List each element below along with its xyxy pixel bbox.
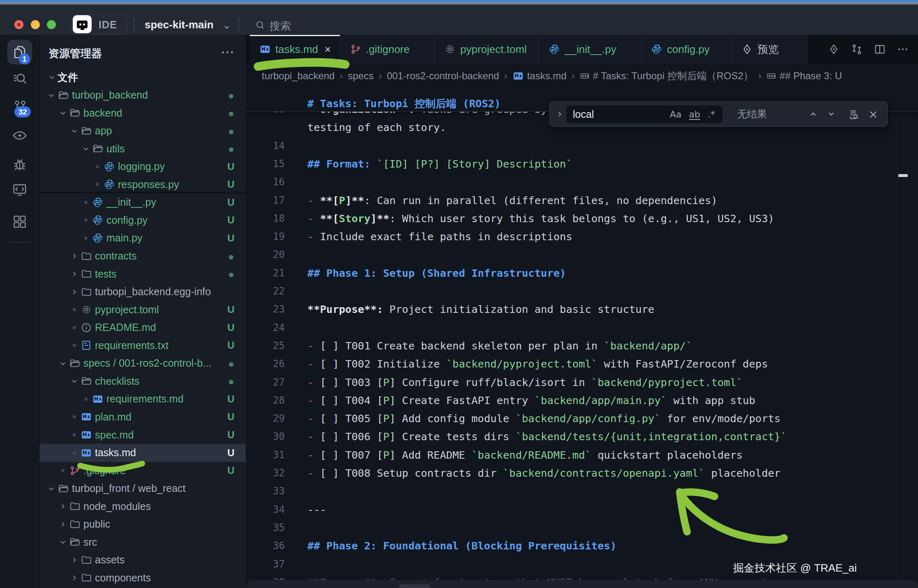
tab-pyproject-toml[interactable]: pyproject.toml <box>435 35 539 64</box>
breadcrumb-item[interactable]: turbopi_backend <box>262 70 334 82</box>
tab--init-py[interactable]: __init__.py <box>539 35 641 64</box>
tree-item-pyproject-toml[interactable]: pyproject.tomlU <box>39 301 246 319</box>
expander-chevron-icon[interactable] <box>69 125 80 137</box>
tab--gitignore[interactable]: .gitignore <box>340 35 435 64</box>
preview-icon[interactable] <box>0 128 39 143</box>
tab-close-icon[interactable]: × <box>325 43 331 56</box>
zoom-window-button[interactable] <box>47 20 56 29</box>
diff-action-icon[interactable] <box>851 43 863 55</box>
close-window-button[interactable] <box>14 20 23 29</box>
tree-item-tasks-md[interactable]: tasks.mdU <box>39 444 246 462</box>
breadcrumb-label: tasks.md <box>527 70 567 82</box>
expander-chevron-icon[interactable] <box>57 501 69 512</box>
match-case-toggle[interactable]: Aa <box>670 109 682 119</box>
more-action-icon[interactable] <box>897 43 909 55</box>
tree-item-plan-md[interactable]: plan.mdU <box>39 408 246 426</box>
tree-item-utils[interactable]: utils <box>39 140 246 158</box>
whole-word-toggle[interactable]: ab <box>689 109 700 119</box>
expander-chevron-icon[interactable] <box>69 268 80 280</box>
file-dot-icon <box>69 411 80 423</box>
code-line: - Include exact file paths in descriptio… <box>307 227 572 246</box>
tree-item-public[interactable]: public <box>39 515 246 533</box>
tree-item--gitignore[interactable]: .gitignoreU <box>39 462 246 480</box>
global-search-input[interactable]: 搜索 <box>270 19 291 33</box>
expander-chevron-icon[interactable] <box>46 483 57 494</box>
line-number: 15 <box>246 155 285 173</box>
tree-item-assets[interactable]: assets <box>39 551 246 569</box>
tree-item-backend[interactable]: backend <box>39 104 246 122</box>
md-icon <box>512 70 524 82</box>
expander-chevron-icon[interactable] <box>69 554 80 566</box>
tree-item--[interactable]: 文件 <box>39 68 246 86</box>
file-tree: 文件turbopi_backendbackendapputilslogging.… <box>39 68 246 588</box>
terminal-icon[interactable] <box>0 182 39 198</box>
expander-chevron-icon[interactable] <box>57 536 69 548</box>
breadcrumb-item[interactable]: ## Phase 3: U <box>766 70 842 82</box>
find-input[interactable]: local Aa ab .* <box>566 106 722 123</box>
expander-chevron-icon[interactable] <box>69 375 80 387</box>
search-icon[interactable] <box>255 20 265 30</box>
tab-config-py[interactable]: config.py <box>641 35 732 64</box>
find-close-button[interactable] <box>867 109 879 120</box>
expander-chevron-icon[interactable] <box>57 519 69 530</box>
breadcrumb-item[interactable]: tasks.md <box>512 70 567 82</box>
eyed-action-icon[interactable] <box>828 43 840 55</box>
tree-item-requirements-txt[interactable]: requirements.txtU <box>39 336 246 354</box>
line-number: 30 <box>246 427 285 446</box>
tree-item-specs-001-ros2-control-b-[interactable]: specs / 001-ros2-control-b... <box>39 354 246 372</box>
expander-chevron-icon[interactable] <box>69 572 80 583</box>
breadcrumb-item[interactable]: 001-ros2-control-backend <box>387 70 499 82</box>
expander-chevron-icon[interactable] <box>57 358 69 369</box>
chevron-down-icon[interactable] <box>222 22 232 32</box>
tab-预览[interactable]: 预览 <box>732 35 807 64</box>
find-expand-chevron[interactable] <box>555 109 565 119</box>
activity-bar-divider <box>10 242 30 243</box>
expander-chevron-icon[interactable] <box>46 71 58 83</box>
find-next-button[interactable] <box>826 109 836 119</box>
project-switcher[interactable]: spec-kit-main <box>145 18 214 31</box>
expander-chevron-icon[interactable] <box>69 250 80 262</box>
breadcrumb-item[interactable]: specs <box>348 70 374 82</box>
find-in-selection-button[interactable] <box>848 109 860 120</box>
tree-item-requirements-md[interactable]: requirements.mdU <box>39 390 246 408</box>
expander-chevron-icon[interactable] <box>57 107 69 119</box>
tree-item-tests[interactable]: tests <box>39 265 246 283</box>
minimize-window-button[interactable] <box>31 20 40 29</box>
bottom-panel-edge[interactable] <box>247 580 918 588</box>
tree-item-checklists[interactable]: checklists <box>39 372 246 390</box>
tree-item-config-py[interactable]: config.pyU <box>39 211 246 229</box>
code-line: - **[P]**: Can run in parallel (differen… <box>307 191 717 209</box>
bottom-panel-handle[interactable] <box>399 584 430 588</box>
split-action-icon[interactable] <box>874 43 886 55</box>
tree-item-responses-py[interactable]: responses.pyU <box>39 175 246 193</box>
tree-item-app[interactable]: app <box>39 122 246 140</box>
tree-item-turbopi-backend[interactable]: turbopi_backend <box>39 86 246 104</box>
tree-item-main-py[interactable]: main.pyU <box>39 229 246 247</box>
find-previous-button[interactable] <box>808 109 819 119</box>
search-icon[interactable] <box>0 71 39 87</box>
tree-item--init-py[interactable]: __init__.pyU <box>39 193 246 211</box>
tree-item-contracts[interactable]: contracts <box>39 247 246 265</box>
expander-chevron-icon[interactable] <box>69 286 80 298</box>
tree-item-logging-py[interactable]: logging.pyU <box>39 158 246 176</box>
extensions-icon[interactable] <box>0 214 39 230</box>
line-number: 34 <box>246 501 285 519</box>
tree-item-spec-md[interactable]: spec.mdU <box>39 426 246 444</box>
expander-chevron-icon[interactable] <box>46 90 57 101</box>
folder-icon <box>80 286 92 298</box>
breadcrumb-item[interactable]: # Tasks: Turbopi 控制后端（ROS2） <box>580 69 753 83</box>
line-number: 27 <box>246 373 285 391</box>
line-number: 18 <box>246 209 285 227</box>
tree-item-turbopi-backend-egg-info[interactable]: turbopi_backend.egg-info <box>39 283 246 301</box>
tree-item-src[interactable]: src <box>39 533 246 551</box>
tree-item-components[interactable]: components <box>39 569 246 587</box>
debug-icon[interactable] <box>0 156 39 172</box>
sidebar-more-actions[interactable] <box>222 51 233 53</box>
expander-chevron-icon[interactable] <box>80 143 92 154</box>
editor-pane[interactable]: 1314151617181920212223242526272829303132… <box>246 88 918 580</box>
regex-toggle[interactable]: .* <box>708 109 715 119</box>
tree-item-turbopi-front-web-react[interactable]: turbopi_front / web_react <box>39 480 246 498</box>
tab-tasks-md[interactable]: tasks.md× <box>250 35 340 64</box>
tree-item-node-modules[interactable]: node_modules <box>39 497 246 515</box>
tree-item-readme-md[interactable]: README.mdU <box>39 319 246 337</box>
